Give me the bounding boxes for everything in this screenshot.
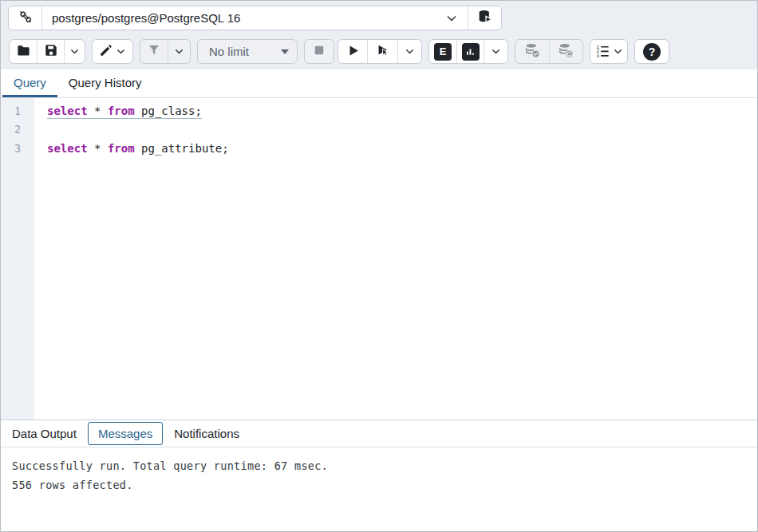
- tab-messages[interactable]: Messages: [88, 422, 163, 445]
- tab-query-history[interactable]: Query History: [57, 69, 153, 97]
- executed-statement: select * from pg_class;: [47, 104, 202, 119]
- stop-square-icon: [312, 43, 326, 60]
- row-limit-select[interactable]: No limit: [197, 39, 298, 64]
- help-button[interactable]: ?: [635, 40, 669, 63]
- row-limit-value: No limit: [209, 45, 281, 58]
- explain-button[interactable]: E: [429, 40, 456, 63]
- chevron-down-icon: [405, 46, 415, 57]
- chevron-down-icon: [116, 46, 126, 57]
- plug-icon: [18, 9, 34, 27]
- sql-text: pg_attribute;: [135, 142, 229, 155]
- tab-query[interactable]: Query: [2, 69, 57, 97]
- stop-button[interactable]: [305, 40, 334, 63]
- tab-notifications[interactable]: Notifications: [172, 423, 241, 444]
- edit-dropdown-button[interactable]: [93, 40, 132, 63]
- connection-bar: postgres/postgres@PostgreSQL 16: [1, 1, 757, 35]
- filter-button[interactable]: [140, 40, 168, 63]
- chevron-down-icon: [613, 46, 623, 57]
- filter-button-group: [140, 39, 191, 64]
- svg-text:3: 3: [596, 52, 599, 57]
- sql-text: *: [88, 142, 108, 155]
- messages-panel: Successfully run. Total query runtime: 6…: [1, 447, 757, 531]
- sql-keyword: from: [108, 104, 135, 117]
- stop-button-group: [304, 39, 334, 64]
- help-button-group: ?: [634, 39, 669, 64]
- message-line: Successfully run. Total query runtime: 6…: [12, 456, 746, 475]
- code-line: select * from pg_class;: [47, 104, 757, 123]
- play-icon: [345, 43, 361, 61]
- code-line: [47, 123, 757, 141]
- filter-dropdown-button[interactable]: [168, 40, 190, 63]
- new-connection-button[interactable]: [468, 6, 501, 30]
- save-button[interactable]: [37, 40, 64, 63]
- letter-e-badge-icon: E: [434, 43, 452, 61]
- commit-button[interactable]: [515, 40, 549, 63]
- sql-text: pg_class;: [135, 104, 202, 117]
- execute-script-button[interactable]: [367, 40, 397, 63]
- caret-down-icon: [281, 49, 289, 54]
- connection-select-value: postgres/postgres@PostgreSQL 16: [52, 11, 445, 25]
- explain-button-group: E: [428, 39, 508, 64]
- connection-status-button[interactable]: [9, 6, 41, 30]
- file-button-group: [9, 39, 85, 64]
- floppy-icon: [44, 43, 58, 60]
- line-number: 1: [1, 104, 34, 123]
- explain-analyze-button[interactable]: [456, 40, 484, 63]
- chevron-down-icon: [69, 46, 80, 57]
- macro-button-group: 1 2 3: [590, 39, 628, 64]
- execute-button-group: [338, 39, 422, 64]
- code-area[interactable]: select * from pg_class; select * from pg…: [34, 98, 757, 420]
- database-play-icon: [477, 9, 493, 27]
- save-dropdown-button[interactable]: [64, 40, 85, 63]
- editor-tabbar: Query Query History: [1, 69, 757, 98]
- sql-keyword: from: [108, 142, 135, 155]
- message-line: 556 rows affected.: [12, 475, 746, 495]
- database-undo-icon: [558, 42, 574, 61]
- explain-dropdown-button[interactable]: [484, 40, 507, 63]
- connection-group: postgres/postgres@PostgreSQL 16: [8, 6, 502, 30]
- output-tabbar: Data Output Messages Notifications: [1, 420, 757, 447]
- transaction-button-group: [515, 39, 583, 64]
- sql-editor[interactable]: 1 2 3 select * from pg_class; select * f…: [1, 98, 757, 420]
- line-number: 2: [1, 123, 34, 141]
- edit-button-group: [92, 39, 133, 64]
- chevron-down-icon: [491, 46, 501, 57]
- bar-chart-badge-icon: [462, 43, 480, 61]
- connection-select[interactable]: postgres/postgres@PostgreSQL 16: [42, 6, 468, 30]
- folder-icon: [16, 43, 31, 61]
- line-number: 3: [1, 142, 34, 160]
- sql-keyword: select: [47, 142, 88, 155]
- numbered-list-icon: 1 2 3: [595, 43, 610, 61]
- tab-data-output[interactable]: Data Output: [10, 423, 78, 444]
- macro-dropdown-button[interactable]: 1 2 3: [590, 40, 627, 63]
- rollback-button[interactable]: [549, 40, 582, 63]
- query-tool-window: postgres/postgres@PostgreSQL 16: [0, 0, 758, 532]
- pencil-icon: [99, 43, 113, 60]
- chevron-down-icon: [445, 12, 458, 25]
- sql-text: *: [88, 104, 108, 117]
- play-cursor-icon: [375, 42, 391, 61]
- database-check-icon: [524, 42, 541, 61]
- line-number-gutter: 1 2 3: [1, 98, 34, 420]
- execute-dropdown-button[interactable]: [397, 40, 421, 63]
- code-line: select * from pg_attribute;: [47, 142, 757, 160]
- execute-button[interactable]: [338, 40, 367, 63]
- question-circle-icon: ?: [643, 43, 661, 61]
- sql-keyword: select: [47, 104, 88, 117]
- query-toolbar: No limit: [1, 35, 757, 69]
- chevron-down-icon: [174, 46, 184, 57]
- open-file-button[interactable]: [10, 40, 37, 63]
- funnel-icon: [147, 43, 161, 60]
